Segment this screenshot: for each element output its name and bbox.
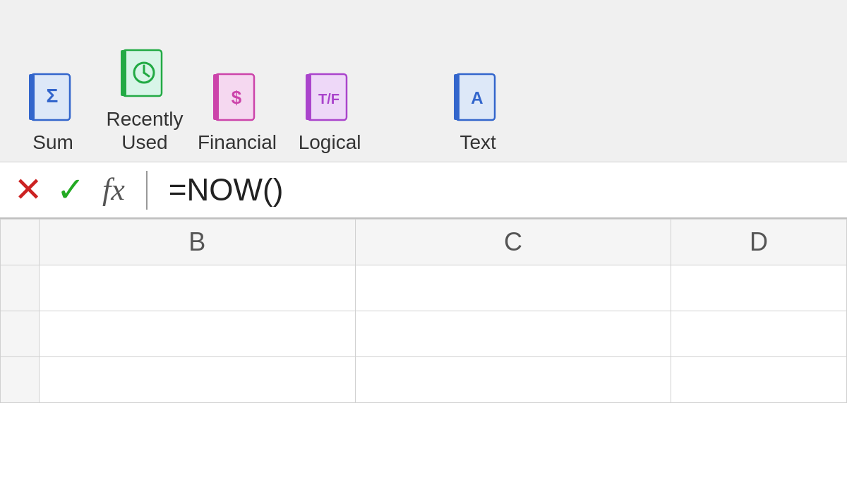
cell-d3[interactable] <box>671 357 847 403</box>
toolbar-btn-recently-used[interactable]: RecentlyUsed <box>99 45 191 155</box>
table-row <box>1 357 847 403</box>
formula-bar: ✕ ✓ fx <box>0 162 847 219</box>
recently-used-icon <box>116 45 173 102</box>
recently-used-label: RecentlyUsed <box>107 107 184 155</box>
svg-text:$: $ <box>232 87 242 108</box>
spreadsheet: B C D <box>0 219 847 504</box>
cell-c1[interactable] <box>355 265 671 311</box>
col-header-b[interactable]: B <box>40 220 356 265</box>
svg-rect-1 <box>29 74 35 120</box>
svg-text:T/F: T/F <box>318 91 340 107</box>
cell-d2[interactable] <box>671 311 847 357</box>
table-row <box>1 265 847 311</box>
cell-b3[interactable] <box>40 357 356 403</box>
text-icon: A <box>450 68 506 125</box>
svg-text:A: A <box>471 88 483 107</box>
toolbar: Σ Sum RecentlyUsed <box>0 0 847 162</box>
cancel-button[interactable]: ✕ <box>14 173 42 207</box>
col-header-d[interactable]: D <box>671 220 847 265</box>
logical-icon: T/F <box>301 68 358 125</box>
toolbar-btn-logical[interactable]: T/F Logical <box>284 68 376 155</box>
svg-rect-4 <box>121 50 126 96</box>
svg-rect-15 <box>454 74 459 120</box>
svg-rect-9 <box>213 74 219 120</box>
financial-label: Financial <box>198 131 277 155</box>
sum-icon: Σ <box>25 68 81 125</box>
toolbar-buttons: Σ Sum RecentlyUsed <box>0 45 847 155</box>
confirm-button[interactable]: ✓ <box>56 173 85 207</box>
text-label: Text <box>459 131 495 155</box>
cell-c3[interactable] <box>355 357 671 403</box>
grid-table: B C D <box>0 219 847 403</box>
cell-b1[interactable] <box>40 265 356 311</box>
row-header-1 <box>1 265 40 311</box>
cell-d1[interactable] <box>671 265 847 311</box>
row-header-2 <box>1 311 40 357</box>
cell-c2[interactable] <box>355 311 671 357</box>
col-header-c[interactable]: C <box>355 220 671 265</box>
svg-text:Σ: Σ <box>47 85 59 107</box>
main-content: Σ Sum RecentlyUsed <box>0 0 847 504</box>
sum-label: Sum <box>32 131 73 155</box>
svg-rect-3 <box>123 50 162 96</box>
toolbar-btn-sum[interactable]: Σ Sum <box>7 68 99 155</box>
table-row <box>1 311 847 357</box>
formula-divider <box>146 171 148 210</box>
corner-header <box>1 220 40 265</box>
toolbar-btn-financial[interactable]: $ Financial <box>191 68 284 155</box>
logical-label: Logical <box>299 131 361 155</box>
svg-rect-12 <box>306 74 311 120</box>
cell-b2[interactable] <box>40 311 356 357</box>
column-header-row: B C D <box>1 220 847 265</box>
financial-icon: $ <box>209 68 265 125</box>
fx-label: fx <box>102 174 125 205</box>
row-header-3 <box>1 357 40 403</box>
formula-input[interactable] <box>169 172 833 208</box>
toolbar-btn-text[interactable]: A Text <box>432 68 524 155</box>
